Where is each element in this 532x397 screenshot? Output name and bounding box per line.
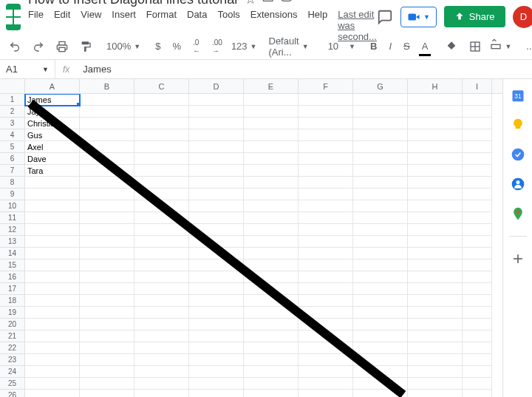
cell-C2[interactable] xyxy=(134,106,189,118)
cell-D10[interactable] xyxy=(189,200,244,212)
cell-C20[interactable] xyxy=(134,319,189,330)
cell-C1[interactable] xyxy=(134,94,189,106)
print-icon[interactable] xyxy=(53,38,71,55)
cell-G11[interactable] xyxy=(353,212,408,224)
cell-G13[interactable] xyxy=(353,236,408,248)
cell-C16[interactable] xyxy=(134,271,189,283)
col-header-D[interactable]: D xyxy=(189,79,244,93)
cell-D22[interactable] xyxy=(189,342,244,354)
cell-B7[interactable] xyxy=(80,165,134,177)
cell-A4[interactable]: Gus xyxy=(25,129,80,141)
cell-H5[interactable] xyxy=(408,141,463,153)
sheets-logo[interactable] xyxy=(6,4,21,30)
contacts-icon[interactable] xyxy=(511,177,525,191)
row-header-7[interactable]: 7 xyxy=(0,165,25,177)
cell-G19[interactable] xyxy=(353,307,408,319)
cell-A15[interactable] xyxy=(25,259,80,271)
cell-C3[interactable] xyxy=(134,118,189,129)
cell-E20[interactable] xyxy=(244,319,299,330)
cell-A7[interactable]: Tara xyxy=(25,165,80,177)
cell-F11[interactable] xyxy=(299,212,353,224)
spreadsheet-grid[interactable]: ABCDEFGHI 1James2Jay3Christian4Gus5Axel6… xyxy=(0,79,502,397)
cell-A8[interactable] xyxy=(25,177,80,189)
cell-H26[interactable] xyxy=(408,390,463,397)
cell-E3[interactable] xyxy=(244,118,299,129)
cell-F2[interactable] xyxy=(299,106,353,118)
cell-I26[interactable] xyxy=(463,390,492,397)
cell-F7[interactable] xyxy=(299,165,353,177)
cell-A20[interactable] xyxy=(25,319,80,330)
cell-F18[interactable] xyxy=(299,295,353,307)
cell-G20[interactable] xyxy=(353,319,408,330)
cell-B11[interactable] xyxy=(80,212,134,224)
cell-B25[interactable] xyxy=(80,378,134,390)
cell-A19[interactable] xyxy=(25,307,80,319)
cell-E1[interactable] xyxy=(244,94,299,106)
cell-H17[interactable] xyxy=(408,283,463,295)
cell-E17[interactable] xyxy=(244,283,299,295)
cell-I25[interactable] xyxy=(463,378,492,390)
cell-C9[interactable] xyxy=(134,189,189,200)
cell-D24[interactable] xyxy=(189,366,244,378)
cell-E2[interactable] xyxy=(244,106,299,118)
cell-B6[interactable] xyxy=(80,153,134,165)
cell-F23[interactable] xyxy=(299,354,353,366)
cell-I20[interactable] xyxy=(463,319,492,330)
cell-B20[interactable] xyxy=(80,319,134,330)
cell-F16[interactable] xyxy=(299,271,353,283)
cell-A5[interactable]: Axel xyxy=(25,141,80,153)
row-header-6[interactable]: 6 xyxy=(0,153,25,165)
cell-H22[interactable] xyxy=(408,342,463,354)
row-header-22[interactable]: 22 xyxy=(0,342,25,354)
cell-E5[interactable] xyxy=(244,141,299,153)
cell-G3[interactable] xyxy=(353,118,408,129)
row-header-2[interactable]: 2 xyxy=(0,106,25,118)
cell-E14[interactable] xyxy=(244,248,299,259)
cell-F21[interactable] xyxy=(299,330,353,342)
more-toolbar-icon[interactable]: ... xyxy=(523,38,532,55)
cell-D12[interactable] xyxy=(189,224,244,236)
decrease-decimal[interactable]: .0← xyxy=(190,35,203,58)
cell-G18[interactable] xyxy=(353,295,408,307)
row-header-16[interactable]: 16 xyxy=(0,271,25,283)
cell-B4[interactable] xyxy=(80,129,134,141)
cell-I8[interactable] xyxy=(463,177,492,189)
comment-history-icon[interactable] xyxy=(377,9,393,25)
cell-H18[interactable] xyxy=(408,295,463,307)
cell-F4[interactable] xyxy=(299,129,353,141)
cell-C7[interactable] xyxy=(134,165,189,177)
cell-B24[interactable] xyxy=(80,366,134,378)
row-header-4[interactable]: 4 xyxy=(0,129,25,141)
cell-G2[interactable] xyxy=(353,106,408,118)
row-header-26[interactable]: 26 xyxy=(0,390,25,397)
cell-H24[interactable] xyxy=(408,366,463,378)
cell-H23[interactable] xyxy=(408,354,463,366)
cell-F20[interactable] xyxy=(299,319,353,330)
fill-color-icon[interactable] xyxy=(443,38,460,55)
cell-C18[interactable] xyxy=(134,295,189,307)
cell-E8[interactable] xyxy=(244,177,299,189)
cell-F17[interactable] xyxy=(299,283,353,295)
cell-H8[interactable] xyxy=(408,177,463,189)
doc-title[interactable]: How to Insert Diagonal lines tutorial xyxy=(28,0,237,7)
cell-I15[interactable] xyxy=(463,259,492,271)
name-box[interactable]: A1▼ xyxy=(0,60,55,78)
cell-D20[interactable] xyxy=(189,319,244,330)
row-header-23[interactable]: 23 xyxy=(0,354,25,366)
cell-F3[interactable] xyxy=(299,118,353,129)
cell-H3[interactable] xyxy=(408,118,463,129)
cell-B8[interactable] xyxy=(80,177,134,189)
cell-A2[interactable]: Jay xyxy=(25,106,80,118)
cell-E18[interactable] xyxy=(244,295,299,307)
col-header-B[interactable]: B xyxy=(80,79,134,93)
cell-D7[interactable] xyxy=(189,165,244,177)
cell-D26[interactable] xyxy=(189,390,244,397)
cell-C25[interactable] xyxy=(134,378,189,390)
cell-B21[interactable] xyxy=(80,330,134,342)
hide-menus-icon[interactable]: ⌃ xyxy=(490,37,499,49)
cell-F26[interactable] xyxy=(299,390,353,397)
cell-H11[interactable] xyxy=(408,212,463,224)
cell-G12[interactable] xyxy=(353,224,408,236)
cell-H9[interactable] xyxy=(408,189,463,200)
cell-G5[interactable] xyxy=(353,141,408,153)
